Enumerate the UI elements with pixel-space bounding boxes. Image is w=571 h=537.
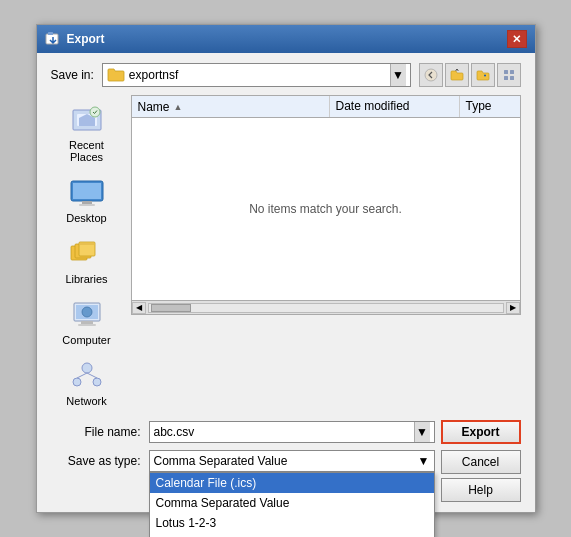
computer-icon [69, 299, 105, 331]
file-name-row: File name: abc.csv ▼ Export [51, 420, 521, 444]
save-type-input-area: Comma Separated Value ▼ Calendar File (.… [149, 450, 521, 502]
svg-rect-3 [504, 70, 508, 74]
svg-rect-1 [48, 32, 53, 35]
export-dialog: Export ✕ Save in: exportnsf ▼ [36, 24, 536, 513]
svg-rect-4 [510, 70, 514, 74]
toolbar-buttons [419, 63, 521, 87]
libraries-icon [69, 238, 105, 270]
col-type-header[interactable]: Type [460, 96, 520, 117]
svg-rect-12 [82, 201, 92, 204]
save-in-arrow[interactable]: ▼ [390, 64, 406, 86]
save-in-row: Save in: exportnsf ▼ [51, 63, 521, 87]
svg-rect-13 [79, 204, 95, 206]
nav-label-desktop: Desktop [66, 212, 106, 224]
arrow-icon: ▼ [392, 68, 404, 82]
save-type-row: Save as type: Comma Separated Value ▼ Ca… [51, 450, 521, 502]
col-name-label: Name [138, 100, 170, 114]
file-list: Name ▲ Date modified Type No items match… [131, 95, 521, 315]
svg-line-26 [77, 373, 87, 378]
view-button[interactable] [497, 63, 521, 87]
svg-rect-11 [73, 183, 101, 199]
nav-label-recent: Recent Places [54, 139, 120, 163]
svg-line-27 [87, 373, 97, 378]
back-icon [424, 68, 438, 82]
dropdown-list: Calendar File (.ics) Comma Separated Val… [149, 472, 435, 537]
form-rows: File name: abc.csv ▼ Export Save as type… [51, 420, 521, 502]
file-list-header: Name ▲ Date modified Type [132, 96, 520, 118]
col-date-header[interactable]: Date modified [330, 96, 460, 117]
nav-label-network: Network [66, 395, 106, 407]
views-icon [502, 68, 516, 82]
file-name-input-area: abc.csv ▼ Export [149, 420, 521, 444]
file-name-label: File name: [51, 425, 141, 439]
scroll-right-btn[interactable]: ▶ [506, 302, 520, 314]
save-type-label: Save as type: [51, 454, 141, 468]
save-in-value: exportnsf [129, 68, 386, 82]
svg-rect-5 [504, 76, 508, 80]
dropdown-option-2[interactable]: Lotus 1-2-3 [150, 513, 434, 533]
svg-rect-17 [80, 243, 94, 245]
svg-point-24 [73, 378, 81, 386]
dropdown-option-3[interactable]: Structured Text [150, 533, 434, 537]
nav-item-desktop[interactable]: Desktop [51, 172, 123, 229]
new-folder-icon [476, 68, 490, 82]
main-area: Recent Places Desktop [51, 95, 521, 412]
sort-arrow: ▲ [174, 102, 183, 112]
dialog-body: Save in: exportnsf ▼ [37, 53, 535, 512]
left-nav: Recent Places Desktop [51, 95, 123, 412]
file-name-input[interactable]: abc.csv ▼ [149, 421, 435, 443]
export-title-icon [45, 31, 61, 47]
svg-point-9 [90, 107, 100, 117]
dialog-title: Export [67, 32, 105, 46]
folder-icon [107, 67, 125, 83]
file-name-dropdown-btn[interactable]: ▼ [414, 422, 430, 442]
title-bar: Export ✕ [37, 25, 535, 53]
nav-label-libraries: Libraries [65, 273, 107, 285]
help-button[interactable]: Help [441, 478, 521, 502]
nav-item-recent-places[interactable]: Recent Places [51, 99, 123, 168]
save-in-combo[interactable]: exportnsf ▼ [102, 63, 411, 87]
svg-rect-6 [510, 76, 514, 80]
file-list-empty: No items match your search. [132, 118, 520, 300]
svg-point-25 [93, 378, 101, 386]
svg-point-23 [82, 363, 92, 373]
save-type-select[interactable]: Comma Separated Value ▼ [149, 450, 435, 472]
save-type-dropdown[interactable]: Comma Separated Value ▼ Calendar File (.… [149, 450, 435, 472]
scroll-thumb[interactable] [151, 304, 191, 312]
dropdown-arrow: ▼ [418, 454, 430, 468]
horizontal-scrollbar[interactable]: ◀ ▶ [132, 300, 520, 314]
nav-item-computer[interactable]: Computer [51, 294, 123, 351]
export-button[interactable]: Export [441, 420, 521, 444]
new-folder-button[interactable] [471, 63, 495, 87]
title-bar-left: Export [45, 31, 105, 47]
scroll-left-btn[interactable]: ◀ [132, 302, 146, 314]
side-buttons: Cancel Help [441, 450, 521, 502]
svg-point-2 [425, 69, 437, 81]
save-in-label: Save in: [51, 68, 94, 82]
close-button[interactable]: ✕ [507, 30, 527, 48]
nav-item-network[interactable]: Network [51, 355, 123, 412]
nav-item-libraries[interactable]: Libraries [51, 233, 123, 290]
up-button[interactable] [445, 63, 469, 87]
svg-rect-21 [78, 324, 96, 326]
back-button[interactable] [419, 63, 443, 87]
network-icon [69, 360, 105, 392]
dropdown-option-1[interactable]: Comma Separated Value [150, 493, 434, 513]
scroll-track[interactable] [148, 303, 504, 313]
desktop-icon [69, 177, 105, 209]
svg-point-22 [82, 307, 92, 317]
recent-places-icon [69, 104, 105, 136]
svg-rect-20 [81, 321, 93, 324]
up-folder-icon [450, 68, 464, 82]
cancel-button[interactable]: Cancel [441, 450, 521, 474]
col-name-header[interactable]: Name ▲ [132, 96, 330, 117]
nav-label-computer: Computer [62, 334, 110, 346]
dropdown-option-0[interactable]: Calendar File (.ics) [150, 473, 434, 493]
